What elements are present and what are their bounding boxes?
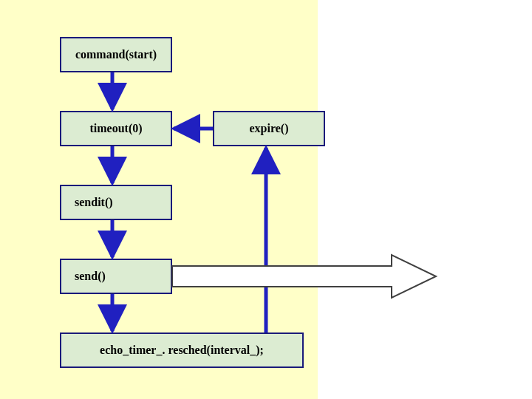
box-timeout0: timeout(0)	[60, 111, 172, 146]
box-sendit: sendit()	[60, 185, 172, 220]
box-label: sendit()	[75, 196, 113, 209]
box-expire: expire()	[213, 111, 325, 146]
box-command-start: command(start)	[60, 37, 172, 72]
box-label: send()	[75, 270, 106, 283]
box-label: expire()	[249, 122, 288, 135]
box-label: timeout(0)	[89, 122, 142, 135]
box-label: command(start)	[75, 48, 157, 61]
box-resched: echo_timer_. resched(interval_);	[60, 332, 304, 368]
box-label: echo_timer_. resched(interval_);	[100, 344, 264, 357]
box-send: send()	[60, 259, 172, 294]
diagram-canvas: command(start) timeout(0) expire() sendi…	[0, 0, 532, 399]
